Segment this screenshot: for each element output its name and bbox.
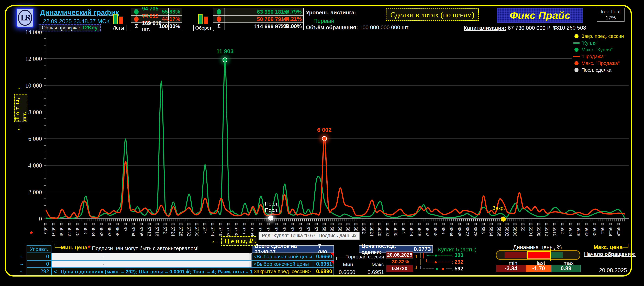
maxima-glyph: ╌╌: xyxy=(444,266,453,272)
x-tick-label: 0.6704 xyxy=(131,223,136,236)
last-deal-value: 0.6773 xyxy=(414,246,431,252)
chart-tooltip: Ряд "Купля" Точка "0.67" Подпись данных xyxy=(258,232,360,240)
x-tick-label: 0.6832 xyxy=(385,223,390,236)
axis-note-star: * xyxy=(30,230,33,239)
dynamics-min-value: -3.34 xyxy=(496,265,526,272)
x-tick-label: 0.6668 xyxy=(59,223,64,236)
x-tick-label: 0.666 xyxy=(43,223,48,234)
prev-session-pct: -30.32% xyxy=(386,258,413,265)
ticker-banner: Фикс Прайс xyxy=(497,8,583,23)
red-corner-marker xyxy=(330,261,334,264)
x-tick-label: 0.6756 xyxy=(234,223,240,236)
y-tick-label: 0 xyxy=(39,216,42,222)
start-price-select-value[interactable]: 0.6660 xyxy=(313,253,334,260)
prev-close-label: Закр. xyxy=(492,205,505,211)
sigma-symbol: Σ xyxy=(213,23,225,30)
lots-bars-icon xyxy=(112,13,125,24)
end-price-select-label[interactable]: <Выбор конечной цены xyxy=(252,260,313,268)
x-tick-label: 0.6664 xyxy=(51,223,56,236)
y-axis-title: Л о т ы, шт. xyxy=(14,94,28,122)
red-bar-icon xyxy=(119,16,123,24)
x-tick-label: 0.6748 xyxy=(218,223,224,236)
spinner-start-price[interactable] xyxy=(249,254,252,260)
legend-label: Макс. "Продажа" xyxy=(582,60,620,66)
price-divisions-info: <– Цена в делениях (макс. = 292); Шаг це… xyxy=(52,268,252,275)
x-tick-label: 0.6924 xyxy=(568,223,574,236)
start-price-input[interactable]: - xyxy=(52,253,252,260)
maxima-value: 292 xyxy=(454,259,463,265)
x-tick-label: 0.6908 xyxy=(536,223,542,236)
gauge-marker-line xyxy=(550,249,551,261)
maxima-glyph: ● xyxy=(442,266,444,272)
gauge-last-segment xyxy=(527,251,550,259)
legend-dot-icon xyxy=(572,34,582,38)
x-tick-label: 0.6744 xyxy=(210,223,216,236)
gauge-max-segment xyxy=(551,252,563,258)
control-row1-value: 0 xyxy=(26,253,52,260)
maxima-glyph: └╌╌●╌╌╌╌╌: xyxy=(425,252,454,258)
last-trade-label: Посл. xyxy=(265,207,279,213)
listing-level-value: Первый xyxy=(313,17,334,24)
x-tick-label: 0.6824 xyxy=(369,223,374,236)
legend-line-icon xyxy=(572,56,582,57)
buy-dot-icon xyxy=(213,8,225,15)
prev-close-label: Закрытие пред. сессии> xyxy=(252,268,313,275)
circulation-volume-value: 100 000 000 000 шт. xyxy=(360,24,410,30)
maxima-legend: ││└╌╌●╌╌╌╌╌:300│ └╌╌●╌╌╌╌╌:292└╌╌╌╌ ●+● … xyxy=(419,252,463,272)
y-axis-up-arrow: ↑ xyxy=(17,84,21,94)
legend-label: "Купля" xyxy=(582,40,598,46)
last-trade-label: Посл. xyxy=(265,201,279,207)
end-price-input[interactable]: - xyxy=(52,260,252,268)
page-title-link[interactable]: Динамический график xyxy=(40,8,119,16)
datetime-label: 22.09.2025 23.48.37 МСК xyxy=(43,18,110,24)
control-header: Управл. xyxy=(26,246,52,253)
sigma-symbol: Σ xyxy=(131,23,142,30)
x-tick-label: 0.6692 xyxy=(107,223,112,236)
x-tick-label: 0.6712 xyxy=(146,223,152,236)
maxima-row: └╌╌╌╌ ●+● ╌╌:592 xyxy=(419,265,463,272)
max-price-callout: Макс. цена─┘ xyxy=(594,244,630,250)
maxima-value: 592 xyxy=(454,266,463,272)
x-tick-label: 0.6888 xyxy=(496,223,502,236)
x-tick-label: 0.6896 xyxy=(512,223,518,236)
control-row2-value: 0 xyxy=(26,260,52,268)
x-tick-label: 0.684 xyxy=(401,223,406,234)
control-row3-value: 292 xyxy=(26,268,52,275)
legend-dot-icon xyxy=(572,68,582,72)
red-corner-marker xyxy=(330,253,334,256)
chart-legend: Закр. пред. сессии"Купля"Макс. "Купля""П… xyxy=(572,33,630,73)
totals-table: Всего сделок на 23:48:377 040 <Выбор нач… xyxy=(252,246,334,275)
x-tick-label: 0.674 xyxy=(202,223,208,234)
x-tick-label: 0.6752 xyxy=(226,223,232,236)
legend-item: "Продажа" xyxy=(572,53,630,60)
x-tick-label: 0.6848 xyxy=(417,223,422,236)
end-price-select-value[interactable]: 0.6951 xyxy=(313,260,334,268)
max-marker-label: 11 903 xyxy=(216,48,234,54)
x-tick-label: 0.686 xyxy=(441,223,446,234)
start-price-select-label[interactable]: <Выбор начальной цены xyxy=(252,253,313,260)
max-marker xyxy=(322,136,326,141)
x-tick-label: 0.68 xyxy=(322,223,327,231)
capitalization-label: Капитализация: xyxy=(464,25,506,31)
capitalization-usd: $810 260 508 xyxy=(553,25,586,31)
green-bar-icon xyxy=(113,14,118,24)
row-tilde: ~ xyxy=(20,261,23,268)
circulation-start-value: 20.08.2025 xyxy=(599,267,627,274)
maxima-glyph: │ xyxy=(419,253,422,258)
maxima-glyph: └╌╌●╌╌╌╌╌: xyxy=(425,259,453,265)
x-tick-label: 0.672 xyxy=(162,223,168,234)
capitalization: Капитализация: 67 730 000 000 ₽ xyxy=(464,25,550,31)
dynamics-title: Динамика цены, % xyxy=(513,244,562,251)
listing-level-label: Уровень листинга: xyxy=(306,9,356,16)
x-tick-label: 0.6948 xyxy=(616,223,621,236)
free-float-label: free-float xyxy=(601,9,621,14)
bracket-glyph: ┐ xyxy=(414,252,418,258)
x-tick-label: 0.67 xyxy=(123,223,128,231)
x-tick-label: 0.6716 xyxy=(154,223,160,236)
x-tick-label: 0.6696 xyxy=(115,223,120,236)
legend-item: Посл. сделка xyxy=(572,67,630,73)
spinner-end-price[interactable] xyxy=(249,261,252,268)
check-status: Общая проверка: O'Key xyxy=(38,24,101,31)
x-axis-right-arrow: → xyxy=(250,236,258,246)
min-price-callout: └─Мин. цена xyxy=(53,245,87,251)
